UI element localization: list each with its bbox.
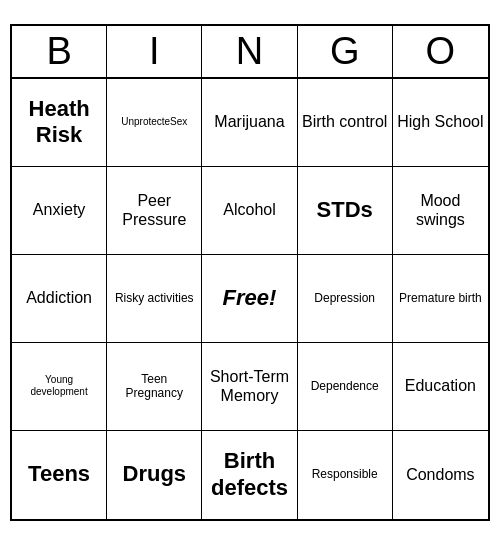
bingo-cell[interactable]: Alcohol (202, 167, 297, 255)
bingo-cell[interactable]: Birth defects (202, 431, 297, 519)
bingo-cell[interactable]: Addiction (12, 255, 107, 343)
bingo-card: BINGO Heath RiskUnprotecteSexMarijuanaBi… (10, 24, 490, 521)
bingo-cell[interactable]: Premature birth (393, 255, 488, 343)
bingo-cell[interactable]: Birth control (298, 79, 393, 167)
bingo-cell[interactable]: Anxiety (12, 167, 107, 255)
bingo-cell[interactable]: STDs (298, 167, 393, 255)
bingo-header: BINGO (12, 26, 488, 79)
header-letter: I (107, 26, 202, 77)
bingo-cell[interactable]: Mood swings (393, 167, 488, 255)
bingo-cell[interactable]: Teen Pregnancy (107, 343, 202, 431)
bingo-cell[interactable]: Drugs (107, 431, 202, 519)
bingo-cell[interactable]: UnprotecteSex (107, 79, 202, 167)
bingo-cell[interactable]: Responsible (298, 431, 393, 519)
bingo-cell[interactable]: Condoms (393, 431, 488, 519)
header-letter: G (298, 26, 393, 77)
bingo-cell[interactable]: Marijuana (202, 79, 297, 167)
bingo-cell[interactable]: High School (393, 79, 488, 167)
bingo-cell[interactable]: Free! (202, 255, 297, 343)
bingo-cell[interactable]: Risky activities (107, 255, 202, 343)
bingo-cell[interactable]: Depression (298, 255, 393, 343)
bingo-cell[interactable]: Young development (12, 343, 107, 431)
header-letter: B (12, 26, 107, 77)
bingo-cell[interactable]: Short-Term Memory (202, 343, 297, 431)
bingo-cell[interactable]: Dependence (298, 343, 393, 431)
header-letter: N (202, 26, 297, 77)
header-letter: O (393, 26, 488, 77)
bingo-cell[interactable]: Peer Pressure (107, 167, 202, 255)
bingo-grid: Heath RiskUnprotecteSexMarijuanaBirth co… (12, 79, 488, 519)
bingo-cell[interactable]: Teens (12, 431, 107, 519)
bingo-cell[interactable]: Heath Risk (12, 79, 107, 167)
bingo-cell[interactable]: Education (393, 343, 488, 431)
